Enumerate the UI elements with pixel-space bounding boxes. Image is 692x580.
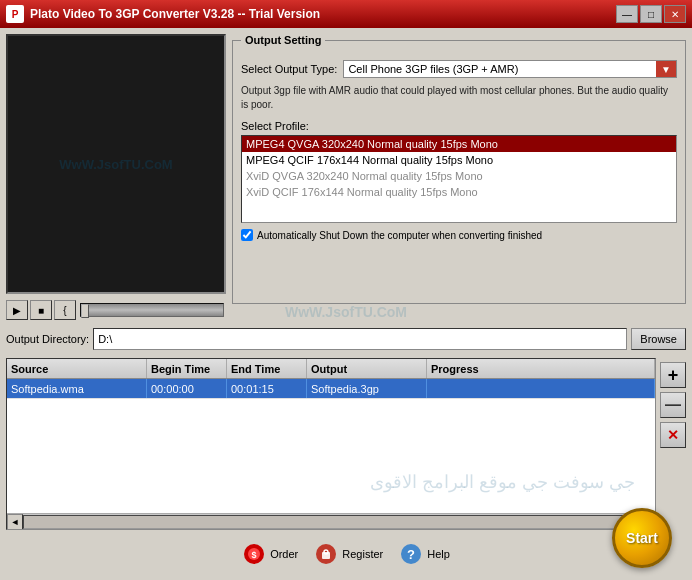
auto-shutdown-label: Automatically Shut Down the computer whe… bbox=[257, 230, 542, 241]
output-description: Output 3gp file with AMR audio that coul… bbox=[241, 84, 677, 112]
profile-label: Select Profile: bbox=[241, 120, 677, 132]
title-bar-buttons: — □ ✕ bbox=[616, 5, 686, 23]
profile-item-3[interactable]: XviD QCIF 176x144 Normal quality 15fps M… bbox=[242, 184, 676, 200]
video-preview: WwW.JsofTU.CoM bbox=[6, 34, 226, 294]
output-type-select[interactable]: Cell Phone 3GP files (3GP + AMR) ▼ bbox=[343, 60, 677, 78]
col-header-output: Output bbox=[307, 359, 427, 378]
maximize-button[interactable]: □ bbox=[640, 5, 662, 23]
order-action[interactable]: $ Order bbox=[242, 542, 298, 566]
help-action[interactable]: ? Help bbox=[399, 542, 450, 566]
scroll-track[interactable] bbox=[23, 515, 639, 529]
register-label: Register bbox=[342, 548, 383, 560]
auto-shutdown-row: Automatically Shut Down the computer whe… bbox=[241, 229, 677, 241]
video-preview-inner bbox=[8, 36, 224, 292]
top-section: WwW.JsofTU.CoM ▶ ■ { Output Setting Sele… bbox=[6, 34, 686, 304]
register-icon bbox=[314, 542, 338, 566]
output-settings-legend: Output Setting bbox=[241, 34, 325, 46]
output-type-label: Select Output Type: bbox=[241, 63, 337, 75]
register-action[interactable]: Register bbox=[314, 542, 383, 566]
profile-list[interactable]: MPEG4 QVGA 320x240 Normal quality 15fps … bbox=[241, 135, 677, 223]
output-dir-input[interactable] bbox=[93, 328, 627, 350]
help-icon: ? bbox=[399, 542, 423, 566]
bottom-toolbar: $ Order Register ? Help bbox=[6, 534, 686, 574]
app-icon: P bbox=[6, 5, 24, 23]
profile-item-0[interactable]: MPEG4 QVGA 320x240 Normal quality 15fps … bbox=[242, 136, 676, 152]
col-header-begin: Begin Time bbox=[147, 359, 227, 378]
seek-indicator bbox=[81, 304, 89, 318]
delete-file-button[interactable]: ✕ bbox=[660, 422, 686, 448]
output-dir-row: Output Directory: Browse bbox=[6, 324, 686, 354]
browse-button[interactable]: Browse bbox=[631, 328, 686, 350]
side-buttons: + — ✕ bbox=[660, 358, 686, 530]
col-header-progress: Progress bbox=[427, 359, 655, 378]
file-list-container: Source Begin Time End Time Output Progre… bbox=[6, 358, 656, 530]
player-controls: ▶ ■ { bbox=[6, 300, 226, 320]
play-button[interactable]: ▶ bbox=[6, 300, 28, 320]
close-button[interactable]: ✕ bbox=[664, 5, 686, 23]
output-type-dropdown-arrow[interactable]: ▼ bbox=[656, 61, 676, 77]
start-button[interactable]: Start bbox=[612, 508, 672, 568]
order-label: Order bbox=[270, 548, 298, 560]
output-dir-label: Output Directory: bbox=[6, 333, 89, 345]
output-type-value: Cell Phone 3GP files (3GP + AMR) bbox=[344, 61, 656, 77]
file-list-body[interactable]: Softpedia.wma 00:00:00 00:01:15 Softpedi… bbox=[7, 379, 655, 513]
title-bar: P Plato Video To 3GP Converter V3.28 -- … bbox=[0, 0, 692, 28]
svg-text:?: ? bbox=[407, 547, 415, 562]
cell-begin-time: 00:00:00 bbox=[147, 379, 227, 398]
main-content: SOFTPEDIA WwW.JsofTU.CoM ▶ ■ { Output bbox=[0, 28, 692, 580]
seek-bar[interactable] bbox=[80, 303, 224, 317]
output-type-row: Select Output Type: Cell Phone 3GP files… bbox=[241, 60, 677, 78]
cell-source: Softpedia.wma bbox=[7, 379, 147, 398]
help-label: Help bbox=[427, 548, 450, 560]
arabic-watermark: جي سوفت جي موقع البرامج الاقوى bbox=[370, 471, 635, 493]
profile-item-1[interactable]: MPEG4 QCIF 176x144 Normal quality 15fps … bbox=[242, 152, 676, 168]
remove-file-button[interactable]: — bbox=[660, 392, 686, 418]
cell-progress bbox=[427, 379, 655, 398]
table-row[interactable]: Softpedia.wma 00:00:00 00:01:15 Softpedi… bbox=[7, 379, 655, 399]
profile-item-2[interactable]: XviD QVGA 320x240 Normal quality 15fps M… bbox=[242, 168, 676, 184]
svg-rect-4 bbox=[322, 552, 330, 559]
order-icon: $ bbox=[242, 542, 266, 566]
file-list-section: Source Begin Time End Time Output Progre… bbox=[6, 358, 686, 530]
cell-end-time: 00:01:15 bbox=[227, 379, 307, 398]
title-bar-text: Plato Video To 3GP Converter V3.28 -- Tr… bbox=[30, 7, 616, 21]
minimize-button[interactable]: — bbox=[616, 5, 638, 23]
file-list-header: Source Begin Time End Time Output Progre… bbox=[7, 359, 655, 379]
col-header-source: Source bbox=[7, 359, 147, 378]
auto-shutdown-checkbox[interactable] bbox=[241, 229, 253, 241]
stop-button[interactable]: ■ bbox=[30, 300, 52, 320]
col-header-end: End Time bbox=[227, 359, 307, 378]
add-file-button[interactable]: + bbox=[660, 362, 686, 388]
svg-text:$: $ bbox=[252, 550, 257, 560]
scroll-left-arrow[interactable]: ◄ bbox=[7, 514, 23, 530]
bracket-button[interactable]: { bbox=[54, 300, 76, 320]
cell-output: Softpedia.3gp bbox=[307, 379, 427, 398]
horizontal-scrollbar[interactable]: ◄ ► bbox=[7, 513, 655, 529]
